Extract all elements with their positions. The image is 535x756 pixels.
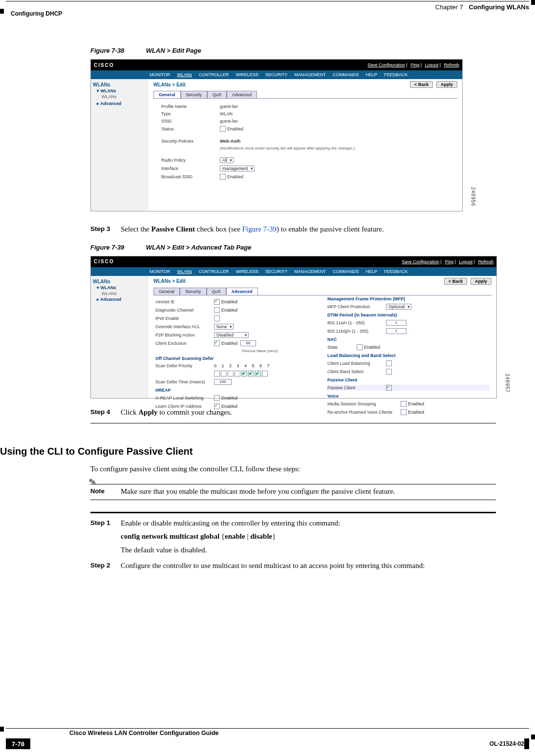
d11a-input[interactable]: 1	[386, 320, 407, 326]
apply-button[interactable]: Apply	[471, 278, 492, 285]
tab-qos[interactable]: QoS	[207, 91, 227, 98]
cbs-checkbox[interactable]	[386, 369, 392, 375]
sdp-0[interactable]	[214, 371, 220, 377]
iface-label: Interface	[161, 166, 220, 171]
sdp-2[interactable]	[228, 371, 234, 377]
oacl-label: Override Interface ACL	[155, 324, 214, 329]
radio-label: Radio Policy	[161, 158, 220, 163]
menu-wireless[interactable]: WIRELESS	[235, 72, 258, 77]
menu-help[interactable]: HELP	[365, 269, 377, 274]
nac-checkbox[interactable]	[357, 344, 363, 350]
sidebar-item-advanced[interactable]: ▸ Advanced	[97, 297, 147, 302]
lcip-checkbox[interactable]	[214, 403, 220, 409]
note-label: Note	[90, 487, 121, 496]
d11b-input[interactable]: 1	[386, 328, 407, 334]
page-footer: Cisco Wireless LAN Controller Configurat…	[6, 728, 529, 749]
tab-general[interactable]: General	[153, 91, 181, 98]
sidebar-item-wlans[interactable]: ▾ WLANs	[97, 285, 147, 290]
tab-security[interactable]: Security	[180, 288, 207, 295]
d11b-label: 802.11b/g/n (1 - 255)	[327, 329, 386, 334]
diag-checkbox[interactable]	[214, 307, 220, 313]
back-button[interactable]: < Back	[410, 81, 433, 88]
tab-advanced[interactable]: Advanced	[226, 288, 258, 295]
tab-general[interactable]: General	[153, 288, 180, 295]
menu-wireless[interactable]: WIRELESS	[235, 269, 258, 274]
menu-wlans[interactable]: WLANs	[177, 72, 192, 77]
menu-controller[interactable]: CONTROLLER	[199, 269, 229, 274]
sidebar-header: WLANs	[93, 279, 147, 284]
save-config-link[interactable]: Save Configuration	[402, 259, 439, 264]
logout-link[interactable]: Logout	[459, 259, 473, 264]
tab-advanced[interactable]: Advanced	[227, 91, 257, 98]
menu-management[interactable]: MANAGEMENT	[294, 72, 326, 77]
sdp-5[interactable]: ✔	[248, 371, 254, 377]
sdp-1[interactable]	[221, 371, 227, 377]
profile-name-value: guest-lan	[220, 104, 238, 109]
refresh-link[interactable]: Refresh	[478, 259, 493, 264]
status-checkbox[interactable]	[220, 126, 226, 132]
bcast-label: Broadcast SSID	[161, 174, 220, 179]
menu-feedback[interactable]: FEEDBACK	[384, 72, 408, 77]
sdt-input[interactable]: 100	[214, 379, 232, 385]
hls-checkbox[interactable]	[214, 395, 220, 401]
section-title: Configuring DHCP	[11, 10, 62, 17]
pc-label: Passive Client	[327, 385, 386, 390]
sdp-7[interactable]	[262, 371, 268, 377]
sidebar-item-advanced[interactable]: ▸ Advanced	[97, 101, 147, 106]
sidebar-item-wlans-sub[interactable]: WLANs	[102, 94, 147, 99]
figure-39-link[interactable]: Figure 7-39	[242, 225, 277, 233]
step4-label: Step 4	[90, 407, 121, 418]
menu-feedback[interactable]: FEEDBACK	[384, 269, 408, 274]
ping-link[interactable]: Ping	[410, 63, 419, 67]
apply-button[interactable]: Apply	[436, 81, 457, 88]
radio-select[interactable]: All	[220, 157, 234, 163]
menu-commands[interactable]: COMMANDS	[333, 269, 359, 274]
ping-link[interactable]: Ping	[445, 259, 453, 264]
menu-monitor[interactable]: MONITOR	[150, 72, 170, 77]
mfp-select[interactable]: Optional	[386, 304, 411, 310]
menu-help[interactable]: HELP	[365, 72, 377, 77]
sidebar-item-wlans[interactable]: ▾ WLANs	[97, 88, 147, 93]
aironet-checkbox[interactable]	[214, 299, 220, 305]
hreap-header: HREAP	[155, 388, 318, 393]
refresh-link[interactable]: Refresh	[444, 63, 459, 67]
mss-checkbox[interactable]	[401, 401, 407, 407]
oacl-select[interactable]: None	[214, 324, 234, 330]
menu-management[interactable]: MANAGEMENT	[294, 269, 326, 274]
passive-client-checkbox[interactable]	[386, 385, 392, 391]
ipv6-checkbox[interactable]	[214, 315, 220, 321]
sdt-label: Scan Defer Time (msecs)	[155, 379, 214, 384]
menu-controller[interactable]: CONTROLLER	[199, 72, 229, 77]
menu-security[interactable]: SECURITY	[265, 269, 288, 274]
menu-monitor[interactable]: MONITOR	[150, 269, 170, 274]
status-label: Status	[161, 126, 220, 131]
sdp-3[interactable]	[235, 371, 240, 377]
rar-checkbox[interactable]	[401, 409, 407, 415]
d11a-label: 802.11a/n (1 - 255)	[327, 320, 386, 325]
bcast-checkbox[interactable]	[220, 174, 226, 180]
lb-header: Load Balancing and Band Select	[327, 353, 490, 358]
tab-qos[interactable]: QoS	[207, 288, 226, 295]
clb-checkbox[interactable]	[386, 360, 392, 366]
menu-wlans[interactable]: WLANs	[177, 269, 192, 274]
voice-header: Voice	[327, 394, 490, 399]
p2p-select[interactable]: Disabled	[214, 332, 249, 338]
step3-text: Select the Passive Client check box (see…	[121, 224, 496, 235]
iface-select[interactable]: management	[220, 166, 255, 171]
tab-security[interactable]: Security	[181, 91, 208, 98]
sidebar-item-wlans-sub[interactable]: WLANs	[102, 291, 147, 296]
sdp-6[interactable]: ✔	[255, 371, 261, 377]
save-config-link[interactable]: Save Configuration	[367, 63, 405, 67]
back-button[interactable]: < Back	[444, 278, 467, 285]
sdp-4[interactable]: ✔	[241, 371, 247, 377]
menu-security[interactable]: SECURITY	[265, 72, 288, 77]
menu-commands[interactable]: COMMANDS	[333, 72, 359, 77]
dtim-header: DTIM Period (in beacon intervals)	[327, 313, 490, 317]
logout-link[interactable]: Logout	[425, 63, 439, 67]
nac-header: NAC	[327, 337, 490, 342]
cex-checkbox[interactable]	[214, 340, 220, 346]
cisco-logo: CISCO	[94, 259, 114, 264]
app-titlebar: CISCO Save Configuration | Ping | Logout…	[91, 60, 462, 70]
rar-label: Re-anchor Roamed Voice Clients	[327, 410, 401, 415]
cex-timeout-input[interactable]: 60	[240, 340, 256, 346]
